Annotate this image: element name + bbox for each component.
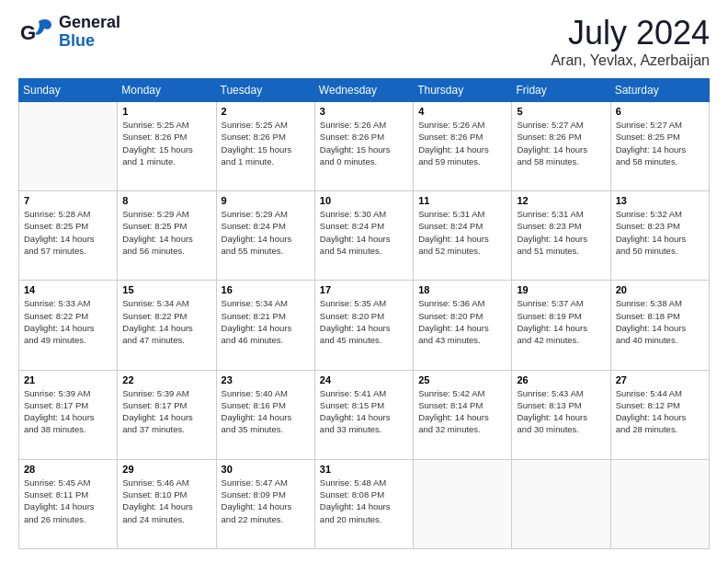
calendar-cell: 15Sunrise: 5:34 AM Sunset: 8:22 PM Dayli… <box>118 281 216 370</box>
week-row-0: 1Sunrise: 5:25 AM Sunset: 8:26 PM Daylig… <box>19 102 710 191</box>
logo: G General Blue <box>18 14 120 51</box>
calendar-cell: 11Sunrise: 5:31 AM Sunset: 8:24 PM Dayli… <box>414 191 512 281</box>
day-info: Sunrise: 5:47 AM Sunset: 8:09 PM Dayligh… <box>222 477 310 525</box>
week-row-3: 21Sunrise: 5:39 AM Sunset: 8:17 PM Dayli… <box>19 370 710 459</box>
weekday-header-sunday: Sunday <box>19 79 118 102</box>
day-number: 22 <box>122 374 210 385</box>
calendar-cell: 29Sunrise: 5:46 AM Sunset: 8:10 PM Dayli… <box>118 459 216 548</box>
day-number: 11 <box>418 195 506 206</box>
logo-label: General Blue <box>59 14 120 51</box>
calendar-cell: 26Sunrise: 5:43 AM Sunset: 8:13 PM Dayli… <box>512 370 610 459</box>
calendar-cell <box>512 459 610 548</box>
day-info: Sunrise: 5:29 AM Sunset: 8:25 PM Dayligh… <box>122 208 210 257</box>
weekday-header-wednesday: Wednesday <box>314 79 413 102</box>
day-info: Sunrise: 5:27 AM Sunset: 8:26 PM Dayligh… <box>517 119 605 167</box>
day-info: Sunrise: 5:35 AM Sunset: 8:20 PM Dayligh… <box>320 297 408 346</box>
calendar-cell <box>610 459 709 548</box>
day-number: 8 <box>122 195 210 206</box>
day-info: Sunrise: 5:39 AM Sunset: 8:17 PM Dayligh… <box>122 387 210 436</box>
day-info: Sunrise: 5:29 AM Sunset: 8:24 PM Dayligh… <box>222 208 310 257</box>
day-number: 28 <box>24 464 112 475</box>
calendar-cell: 28Sunrise: 5:45 AM Sunset: 8:11 PM Dayli… <box>19 459 118 548</box>
calendar-cell: 30Sunrise: 5:47 AM Sunset: 8:09 PM Dayli… <box>216 459 314 548</box>
day-number: 9 <box>222 195 310 206</box>
calendar-cell: 7Sunrise: 5:28 AM Sunset: 8:25 PM Daylig… <box>19 191 118 281</box>
day-info: Sunrise: 5:40 AM Sunset: 8:16 PM Dayligh… <box>222 387 310 436</box>
day-info: Sunrise: 5:31 AM Sunset: 8:23 PM Dayligh… <box>517 208 605 257</box>
day-info: Sunrise: 5:43 AM Sunset: 8:13 PM Dayligh… <box>517 387 605 436</box>
week-row-4: 28Sunrise: 5:45 AM Sunset: 8:11 PM Dayli… <box>19 459 710 548</box>
weekday-header-row: SundayMondayTuesdayWednesdayThursdayFrid… <box>19 79 710 102</box>
day-info: Sunrise: 5:26 AM Sunset: 8:26 PM Dayligh… <box>418 119 506 167</box>
day-number: 25 <box>418 374 506 385</box>
day-info: Sunrise: 5:30 AM Sunset: 8:24 PM Dayligh… <box>320 208 408 257</box>
day-info: Sunrise: 5:27 AM Sunset: 8:25 PM Dayligh… <box>616 119 704 167</box>
day-number: 3 <box>320 106 408 117</box>
subtitle: Aran, Yevlax, Azerbaijan <box>551 52 710 69</box>
page: G General Blue July 2024 Aran, Yevlax, A… <box>0 0 728 563</box>
day-number: 1 <box>122 106 210 117</box>
day-number: 31 <box>320 464 408 475</box>
day-number: 21 <box>24 374 112 385</box>
calendar-cell: 14Sunrise: 5:33 AM Sunset: 8:22 PM Dayli… <box>19 281 118 370</box>
day-number: 16 <box>222 284 310 295</box>
day-info: Sunrise: 5:34 AM Sunset: 8:22 PM Dayligh… <box>122 297 210 346</box>
day-number: 24 <box>320 374 408 385</box>
day-number: 19 <box>517 284 605 295</box>
day-number: 4 <box>418 106 506 117</box>
day-info: Sunrise: 5:34 AM Sunset: 8:21 PM Dayligh… <box>222 297 310 346</box>
calendar-cell: 22Sunrise: 5:39 AM Sunset: 8:17 PM Dayli… <box>118 370 216 459</box>
title-block: July 2024 Aran, Yevlax, Azerbaijan <box>551 14 710 69</box>
calendar-cell <box>19 102 118 191</box>
weekday-header-thursday: Thursday <box>414 79 512 102</box>
weekday-header-monday: Monday <box>118 79 216 102</box>
day-number: 2 <box>222 106 310 117</box>
day-number: 5 <box>517 106 605 117</box>
day-info: Sunrise: 5:45 AM Sunset: 8:11 PM Dayligh… <box>24 477 112 525</box>
day-info: Sunrise: 5:32 AM Sunset: 8:23 PM Dayligh… <box>616 208 704 257</box>
calendar-cell: 3Sunrise: 5:26 AM Sunset: 8:26 PM Daylig… <box>314 102 413 191</box>
day-info: Sunrise: 5:42 AM Sunset: 8:14 PM Dayligh… <box>418 387 506 436</box>
day-number: 15 <box>122 284 210 295</box>
calendar-cell: 18Sunrise: 5:36 AM Sunset: 8:20 PM Dayli… <box>414 281 512 370</box>
day-info: Sunrise: 5:31 AM Sunset: 8:24 PM Dayligh… <box>418 208 506 257</box>
day-info: Sunrise: 5:38 AM Sunset: 8:18 PM Dayligh… <box>616 297 704 346</box>
calendar-cell: 4Sunrise: 5:26 AM Sunset: 8:26 PM Daylig… <box>414 102 512 191</box>
calendar-cell: 31Sunrise: 5:48 AM Sunset: 8:08 PM Dayli… <box>314 459 413 548</box>
calendar-cell: 23Sunrise: 5:40 AM Sunset: 8:16 PM Dayli… <box>216 370 314 459</box>
calendar-cell: 2Sunrise: 5:25 AM Sunset: 8:26 PM Daylig… <box>216 102 314 191</box>
logo-blue-text: Blue <box>59 32 120 51</box>
day-info: Sunrise: 5:41 AM Sunset: 8:15 PM Dayligh… <box>320 387 408 436</box>
day-number: 18 <box>418 284 506 295</box>
day-number: 12 <box>517 195 605 206</box>
day-number: 30 <box>222 464 310 475</box>
day-info: Sunrise: 5:39 AM Sunset: 8:17 PM Dayligh… <box>24 387 112 436</box>
day-info: Sunrise: 5:36 AM Sunset: 8:20 PM Dayligh… <box>418 297 506 346</box>
logo-general-text: General <box>59 14 120 32</box>
day-info: Sunrise: 5:28 AM Sunset: 8:25 PM Dayligh… <box>24 208 112 257</box>
day-number: 20 <box>616 284 704 295</box>
header: G General Blue July 2024 Aran, Yevlax, A… <box>18 14 710 69</box>
main-title: July 2024 <box>551 14 710 52</box>
weekday-header-friday: Friday <box>512 79 610 102</box>
calendar-cell: 16Sunrise: 5:34 AM Sunset: 8:21 PM Dayli… <box>216 281 314 370</box>
calendar-cell: 5Sunrise: 5:27 AM Sunset: 8:26 PM Daylig… <box>512 102 610 191</box>
calendar-table: SundayMondayTuesdayWednesdayThursdayFrid… <box>18 78 710 549</box>
svg-text:G: G <box>20 21 36 44</box>
logo-icon: G <box>18 14 55 51</box>
day-info: Sunrise: 5:37 AM Sunset: 8:19 PM Dayligh… <box>517 297 605 346</box>
calendar-cell <box>414 459 512 548</box>
calendar-cell: 19Sunrise: 5:37 AM Sunset: 8:19 PM Dayli… <box>512 281 610 370</box>
week-row-2: 14Sunrise: 5:33 AM Sunset: 8:22 PM Dayli… <box>19 281 710 370</box>
calendar-cell: 27Sunrise: 5:44 AM Sunset: 8:12 PM Dayli… <box>610 370 709 459</box>
day-number: 26 <box>517 374 605 385</box>
calendar-cell: 17Sunrise: 5:35 AM Sunset: 8:20 PM Dayli… <box>314 281 413 370</box>
calendar-cell: 10Sunrise: 5:30 AM Sunset: 8:24 PM Dayli… <box>314 191 413 281</box>
calendar-cell: 24Sunrise: 5:41 AM Sunset: 8:15 PM Dayli… <box>314 370 413 459</box>
day-number: 29 <box>122 464 210 475</box>
calendar-cell: 8Sunrise: 5:29 AM Sunset: 8:25 PM Daylig… <box>118 191 216 281</box>
calendar-cell: 9Sunrise: 5:29 AM Sunset: 8:24 PM Daylig… <box>216 191 314 281</box>
calendar-cell: 21Sunrise: 5:39 AM Sunset: 8:17 PM Dayli… <box>19 370 118 459</box>
calendar-cell: 13Sunrise: 5:32 AM Sunset: 8:23 PM Dayli… <box>610 191 709 281</box>
weekday-header-saturday: Saturday <box>610 79 709 102</box>
